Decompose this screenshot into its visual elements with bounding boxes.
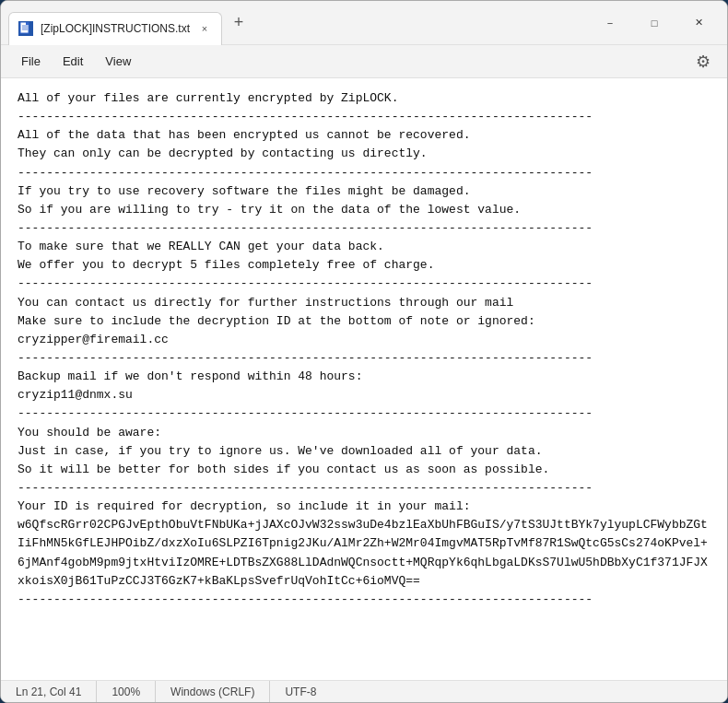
text-editor[interactable]: All of your files are currently encrypte… [1,78,727,680]
menu-items: File Edit View [12,51,140,72]
menu-bar: File Edit View ⚙ [1,45,727,78]
active-tab[interactable]: [ZipLOCK]INSTRUCTIONS.txt × [8,12,222,45]
maximize-button[interactable]: □ [633,8,675,38]
encoding: UTF-8 [270,681,331,702]
status-bar: Ln 21, Col 41 100% Windows (CRLF) UTF-8 [1,680,727,702]
minimize-button[interactable]: − [589,8,631,38]
edit-menu[interactable]: Edit [53,51,92,72]
notepad-window: [ZipLOCK]INSTRUCTIONS.txt × + − □ ✕ File… [0,0,728,703]
line-ending: Windows (CRLF) [156,681,270,702]
view-menu[interactable]: View [96,51,140,72]
zoom-level: 100% [97,681,156,702]
svg-rect-1 [26,22,29,25]
file-content: All of your files are currently encrypte… [18,89,710,609]
tab-title: [ZipLOCK]INSTRUCTIONS.txt [41,22,190,35]
file-menu[interactable]: File [12,51,50,72]
settings-icon[interactable]: ⚙ [690,49,716,75]
window-controls: − □ ✕ [589,8,720,38]
tab-area: [ZipLOCK]INSTRUCTIONS.txt × + [8,1,589,44]
cursor-position: Ln 21, Col 41 [16,681,97,702]
title-bar: [ZipLOCK]INSTRUCTIONS.txt × + − □ ✕ [1,1,727,45]
new-tab-button[interactable]: + [226,10,252,36]
close-button[interactable]: ✕ [677,8,720,38]
file-icon [18,21,33,36]
tab-close-button[interactable]: × [197,21,212,36]
